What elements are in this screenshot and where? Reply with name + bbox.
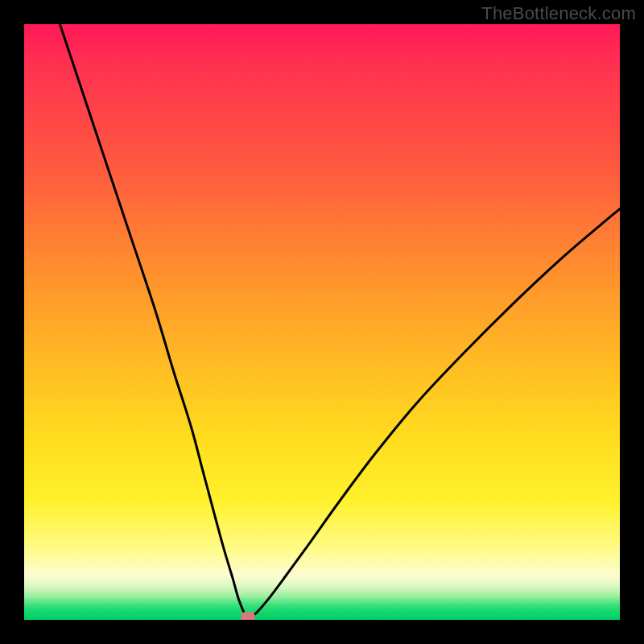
- curve-layer: [24, 24, 620, 620]
- plot-area: [24, 24, 620, 620]
- bottleneck-curve-left: [60, 24, 247, 620]
- bottleneck-curve-right: [248, 208, 621, 620]
- minimum-marker: [241, 612, 255, 620]
- chart-frame: TheBottleneck.com: [0, 0, 644, 644]
- watermark-text: TheBottleneck.com: [481, 3, 636, 24]
